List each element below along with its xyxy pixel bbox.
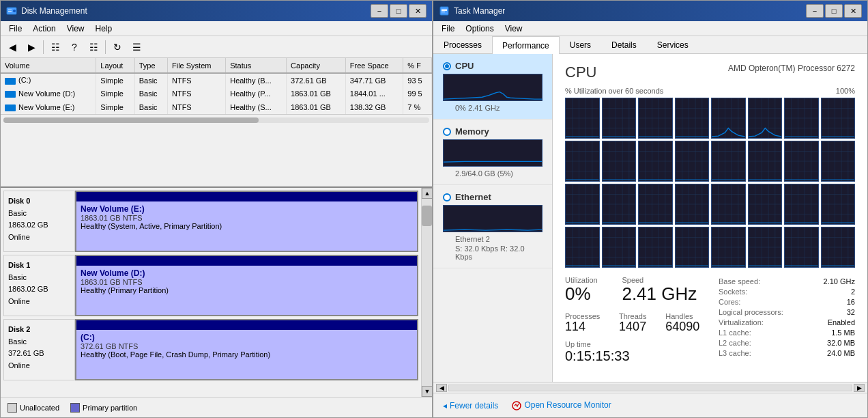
tm-menu-options[interactable]: Options bbox=[460, 23, 499, 35]
vol-name-cell: New Volume (E:) bbox=[1, 100, 96, 114]
partition-status: Healthy (Boot, Page File, Crash Dump, Pr… bbox=[81, 350, 413, 359]
sidebar-item-ethernet[interactable]: Ethernet Ethernet 2 S: 32.0 Kbps R: 32.0… bbox=[433, 185, 552, 268]
col-filesystem[interactable]: File System bbox=[167, 58, 225, 73]
monitor-icon bbox=[512, 400, 521, 410]
spec-l3-label: L3 cache: bbox=[719, 348, 810, 358]
cpu-core-graph-22 bbox=[784, 184, 819, 225]
window-controls: − □ ✕ bbox=[371, 4, 426, 18]
refresh-button[interactable]: ↻ bbox=[108, 39, 126, 55]
tm-restore-button[interactable]: □ bbox=[825, 4, 843, 18]
col-status[interactable]: Status bbox=[226, 58, 287, 73]
sidebar-item-cpu[interactable]: CPU 0% 2.41 GHz bbox=[433, 54, 552, 120]
partition-name: New Volume (E:) bbox=[81, 204, 413, 214]
settings-button[interactable]: ☰ bbox=[128, 39, 145, 55]
table-horizontal-scrollbar[interactable] bbox=[1, 114, 432, 125]
svg-rect-3 bbox=[8, 11, 12, 12]
col-volume[interactable]: Volume bbox=[1, 58, 96, 73]
scroll-up-button[interactable]: ▲ bbox=[422, 188, 432, 199]
tm-minimize-button[interactable]: − bbox=[806, 4, 824, 18]
toolbar-btn3[interactable]: ☷ bbox=[85, 39, 102, 55]
col-type[interactable]: Type bbox=[134, 58, 167, 73]
scroll-down-button[interactable]: ▼ bbox=[422, 386, 432, 397]
specs-table: Base speed: 2.10 GHz Sockets: 2 Cores: 1… bbox=[719, 276, 855, 358]
tab-users[interactable]: Users bbox=[560, 36, 601, 53]
partition-status: Healthy (System, Active, Primary Partiti… bbox=[81, 222, 413, 230]
tm-close-button[interactable]: ✕ bbox=[844, 4, 862, 18]
tab-details[interactable]: Details bbox=[601, 36, 647, 53]
tab-processes[interactable]: Processes bbox=[433, 36, 492, 53]
volumes-table: Volume Layout Type File System Status Ca… bbox=[1, 58, 432, 114]
util-label-row: % Utilization over 60 seconds 100% bbox=[565, 87, 855, 95]
scroll-track[interactable] bbox=[448, 385, 852, 391]
fewer-details-button[interactable]: ◂ Fewer details bbox=[443, 401, 498, 410]
menu-help[interactable]: Help bbox=[90, 23, 118, 35]
table-row[interactable]: New Volume (E:) Simple Basic NTFS Health… bbox=[1, 100, 432, 114]
task-mgr-sidebar: CPU 0% 2.41 GHz Memory bbox=[433, 54, 553, 382]
tab-performance[interactable]: Performance bbox=[492, 36, 560, 54]
spec-l1-label: L1 cache: bbox=[719, 327, 810, 337]
disk-panels-container: Disk 0Basic1863.02 GBOnlineNew Volume (E… bbox=[1, 188, 432, 397]
cpu-detail-title: CPU bbox=[565, 64, 596, 81]
restore-button[interactable]: □ bbox=[390, 4, 407, 18]
disk-row: Disk 1Basic1863.02 GBOnlineNew Volume (D… bbox=[3, 255, 418, 316]
spec-l1: L1 cache: 1.5 MB bbox=[719, 327, 855, 337]
minimize-button[interactable]: − bbox=[371, 4, 388, 18]
ethernet-value: S: 32.0 Kbps R: 32.0 Kbps bbox=[455, 245, 542, 261]
cpu-core-graph-30 bbox=[784, 227, 819, 268]
partition-size: 372.61 GB NTFS bbox=[81, 342, 413, 350]
menu-action[interactable]: Action bbox=[27, 23, 61, 35]
vol-fs-cell: NTFS bbox=[167, 87, 225, 100]
spec-logical: Logical processors: 32 bbox=[719, 307, 855, 317]
tab-services[interactable]: Services bbox=[647, 36, 699, 53]
vol-status-cell: Healthy (S... bbox=[226, 100, 287, 114]
scroll-right-btn[interactable]: ▶ bbox=[854, 384, 865, 392]
vol-name-cell: New Volume (D:) bbox=[1, 87, 96, 100]
svg-rect-6 bbox=[442, 10, 447, 11]
disk-partition-area-1[interactable]: New Volume (D:) 1863.01 GB NTFS Healthy … bbox=[75, 255, 418, 316]
tm-menu-file[interactable]: File bbox=[436, 23, 460, 35]
uptime-value: 0:15:15:33 bbox=[565, 348, 705, 364]
menu-file[interactable]: File bbox=[3, 23, 27, 35]
spec-l2-value: 32.0 MB bbox=[810, 337, 855, 348]
disk-label-0: Disk 0Basic1863.02 GBOnline bbox=[3, 191, 75, 252]
partition-size: 1863.01 GB NTFS bbox=[81, 214, 413, 222]
cpu-core-graph-4 bbox=[711, 98, 746, 139]
threads-label: Threads bbox=[619, 312, 652, 320]
back-button[interactable]: ◀ bbox=[3, 39, 21, 55]
cpu-label: CPU bbox=[455, 61, 474, 71]
disk-partition-area-2[interactable]: (C:) 372.61 GB NTFS Healthy (Boot, Page … bbox=[75, 319, 418, 380]
svg-rect-2 bbox=[8, 10, 12, 10]
view-list-button[interactable]: ☷ bbox=[46, 39, 64, 55]
close-button[interactable]: ✕ bbox=[409, 4, 426, 18]
col-layout[interactable]: Layout bbox=[96, 58, 134, 73]
menu-view[interactable]: View bbox=[61, 23, 90, 35]
ethernet-radio bbox=[443, 193, 451, 201]
vol-type-cell: Basic bbox=[134, 100, 167, 114]
partition-body: New Volume (E:) 1863.01 GB NTFS Healthy … bbox=[76, 201, 417, 251]
open-resource-monitor-button[interactable]: Open Resource Monitor bbox=[512, 400, 611, 410]
cpu-model: AMD Opteron(TM) Processor 6272 bbox=[728, 64, 855, 73]
col-freespace[interactable]: Free Space bbox=[345, 58, 403, 73]
vol-type-cell: Basic bbox=[134, 87, 167, 100]
help-button[interactable]: ? bbox=[66, 39, 83, 55]
task-mgr-title-bar: Task Manager − □ ✕ bbox=[433, 1, 867, 21]
disk-mgmt-title-bar: Disk Management − □ ✕ bbox=[1, 1, 432, 21]
scroll-left-btn[interactable]: ◀ bbox=[436, 384, 447, 392]
disk-partition-area-0[interactable]: New Volume (E:) 1863.01 GB NTFS Healthy … bbox=[75, 191, 418, 252]
task-mgr-bottom: ◂ Fewer details Open Resource Monitor bbox=[433, 393, 867, 417]
legend-unallocated: Unallocated bbox=[8, 403, 59, 413]
col-pct[interactable]: % F bbox=[403, 58, 432, 73]
tm-horizontal-scroll[interactable]: ◀ ▶ bbox=[433, 382, 867, 393]
ethernet-label: Ethernet bbox=[455, 192, 491, 202]
table-row[interactable]: (C:) Simple Basic NTFS Healthy (B... 372… bbox=[1, 73, 432, 87]
vol-pct-cell: 7 % bbox=[403, 100, 432, 114]
col-capacity[interactable]: Capacity bbox=[287, 58, 346, 73]
table-row[interactable]: New Volume (D:) Simple Basic NTFS Health… bbox=[1, 87, 432, 100]
cpu-core-graph-6 bbox=[784, 98, 819, 139]
cpu-core-graph-11 bbox=[675, 141, 710, 182]
legend-primary-box bbox=[70, 403, 80, 413]
disk-panels-scrollbar[interactable]: ▲ ▼ bbox=[421, 188, 432, 397]
tm-menu-view[interactable]: View bbox=[500, 23, 528, 35]
forward-button[interactable]: ▶ bbox=[23, 39, 40, 55]
sidebar-item-memory[interactable]: Memory 2.9/64.0 GB (5%) bbox=[433, 120, 552, 185]
